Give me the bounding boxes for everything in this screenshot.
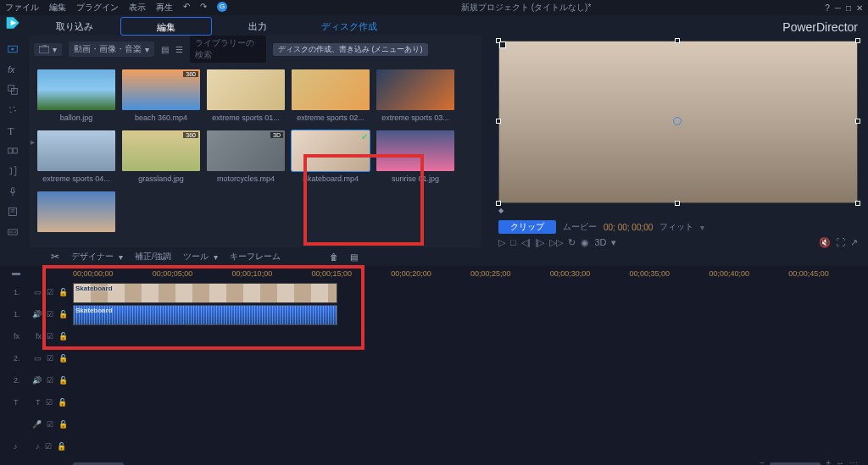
tab-output[interactable]: 出力 [212, 17, 303, 36]
fit-timeline-icon[interactable]: ↔ [836, 458, 844, 465]
fullscreen-icon[interactable]: ⛶ [836, 237, 845, 248]
menu-file[interactable]: ファイル [5, 2, 39, 14]
track-visible-icon[interactable]: ☑ [47, 288, 53, 296]
search-input[interactable]: ライブラリーの検索 [190, 36, 266, 63]
pip-room-icon[interactable] [8, 85, 21, 98]
fit-dropdown[interactable]: フィット [659, 221, 693, 233]
3d-chevron-icon[interactable]: ▾ [611, 237, 616, 248]
stop-icon[interactable]: □ [510, 237, 516, 248]
expand-icon[interactable]: ▸ [31, 137, 35, 147]
voice-room-icon[interactable] [8, 186, 21, 200]
track-lock-icon[interactable]: 🔓 [58, 354, 68, 363]
media-room-icon[interactable] [8, 44, 21, 58]
track-header[interactable]: ♪♪☑🔓 [0, 435, 68, 457]
menu-plugin[interactable]: プラグイン [76, 2, 119, 14]
fix-button[interactable]: 補正/強調 [135, 251, 171, 263]
track-visible-icon[interactable]: ☑ [47, 354, 53, 363]
track-header[interactable]: 1.🔊☑🔓 [0, 303, 68, 325]
redo-icon[interactable]: ↷ [200, 2, 207, 14]
tab-capture[interactable]: 取り込み [29, 17, 120, 36]
menu-play[interactable]: 再生 [156, 2, 173, 14]
cut-icon[interactable]: ✂ [51, 251, 59, 263]
track-visible-icon[interactable]: ☑ [47, 310, 53, 318]
media-thumb[interactable]: ballon.jpg [37, 69, 115, 122]
zoom-in-icon[interactable]: + [826, 458, 831, 465]
track-visible-icon[interactable]: ☑ [47, 420, 53, 429]
volume-icon[interactable]: 🔇 [819, 237, 831, 248]
maximize-icon[interactable]: □ [846, 3, 851, 13]
tab-disc[interactable]: ディスク作成 [303, 17, 395, 36]
media-thumb[interactable]: 360beach 360.mp4 [122, 69, 200, 122]
track-visible-icon[interactable]: ☑ [46, 398, 53, 407]
more-timeline-icon[interactable]: ⋯ [849, 458, 858, 465]
track-header[interactable]: 2.🔊☑🔓 [0, 369, 68, 391]
transition-room-icon[interactable] [8, 146, 21, 159]
time-ruler[interactable]: 00;00;00;0000;00;05;0000;00;10;0000;00;1… [73, 269, 868, 281]
track-header[interactable]: 1.▭☑🔓 [0, 281, 68, 303]
timeline-clips-area[interactable]: Skateboard Skateboard [73, 283, 337, 325]
preview-viewport[interactable] [498, 41, 858, 203]
snapshot-icon[interactable]: ◉ [581, 237, 589, 248]
title-room-icon[interactable]: T [8, 125, 21, 139]
play-icon[interactable]: ▷ [498, 237, 505, 248]
media-thumb[interactable]: sunrise 01.jpg [376, 130, 454, 183]
track-header[interactable]: 2.▭☑🔓 [0, 347, 68, 369]
next-frame-icon[interactable]: |▷ [536, 237, 545, 248]
track-lock-icon[interactable]: 🔓 [58, 288, 68, 296]
loop-icon[interactable]: ↻ [568, 237, 576, 248]
help-icon[interactable]: ? [825, 3, 830, 13]
undo-icon[interactable]: ↶ [183, 2, 190, 14]
track-visible-icon[interactable]: ☑ [47, 332, 53, 340]
cloud-icon[interactable]: G [217, 2, 227, 12]
close-icon[interactable]: ✕ [856, 3, 863, 13]
audio-clip[interactable]: Skateboard [73, 305, 337, 325]
fast-forward-icon[interactable]: ▷▷ [549, 237, 563, 248]
chapter-room-icon[interactable] [8, 207, 21, 220]
track-lock-icon[interactable]: 🔓 [58, 398, 67, 407]
menu-view[interactable]: 表示 [129, 2, 146, 14]
more-icon[interactable]: ▤ [350, 252, 358, 262]
popout-icon[interactable]: ↗ [850, 237, 858, 248]
library-dropdown[interactable]: 動画・画像・音楽 ▾ [69, 42, 154, 57]
media-thumb[interactable]: 360grassland.jpg [122, 130, 200, 183]
media-thumb[interactable]: extreme sports 02... [292, 69, 370, 122]
subtitle-room-icon[interactable] [8, 227, 21, 241]
3d-button[interactable]: 3D [594, 237, 606, 248]
designer-dropdown[interactable]: デザイナー ▾ [71, 251, 123, 263]
particle-room-icon[interactable] [8, 105, 21, 119]
movie-mode-button[interactable]: ムービー [563, 221, 597, 233]
video-clip[interactable]: Skateboard [73, 283, 337, 303]
media-thumb[interactable]: extreme sports 01... [207, 69, 285, 122]
clip-mode-button[interactable]: クリップ [498, 220, 556, 234]
prev-frame-icon[interactable]: ◁| [521, 237, 531, 248]
media-thumb[interactable]: ✔Skateboard.mp4 [292, 130, 370, 183]
track-visible-icon[interactable]: ☑ [45, 442, 52, 451]
playhead-icon[interactable]: ◆ [498, 207, 504, 214]
sort-icon[interactable]: ☰ [175, 45, 183, 54]
track-lock-icon[interactable]: 🔓 [58, 376, 68, 385]
media-thumb[interactable]: 3Dmotorcycles.mp4 [207, 130, 285, 183]
track-lock-icon[interactable]: 🔓 [58, 310, 68, 318]
tab-edit[interactable]: 編集 [120, 17, 212, 36]
track-header[interactable]: TT☑🔓 [0, 391, 68, 413]
media-thumb[interactable]: extreme sports 03... [376, 69, 454, 122]
track-manager-icon[interactable]: ▬ [12, 268, 20, 277]
minimize-icon[interactable]: ─ [835, 3, 841, 13]
tool-dropdown[interactable]: ツール ▾ [183, 251, 218, 263]
fx-room-icon[interactable]: fx [8, 64, 21, 78]
menu-edit[interactable]: 編集 [49, 2, 66, 14]
zoom-out-icon[interactable]: − [760, 458, 765, 465]
audio-room-icon[interactable] [8, 166, 21, 180]
track-header[interactable]: fxfx☑🔓 [0, 325, 68, 347]
import-button[interactable]: ▾ [34, 43, 62, 56]
track-header[interactable]: 🎤☑🔓 [0, 413, 68, 435]
keyframe-button[interactable]: キーフレーム [230, 251, 281, 263]
fit-chevron-icon[interactable]: ▾ [700, 223, 704, 232]
filter-icon[interactable]: ▤ [161, 45, 169, 54]
track-lock-icon[interactable]: 🔓 [58, 332, 68, 340]
track-visible-icon[interactable]: ☑ [47, 376, 53, 385]
media-thumb[interactable] [37, 191, 115, 235]
track-lock-icon[interactable]: 🔓 [57, 442, 66, 451]
track-lock-icon[interactable]: 🔓 [58, 420, 68, 429]
trash-icon[interactable]: 🗑 [330, 252, 338, 262]
